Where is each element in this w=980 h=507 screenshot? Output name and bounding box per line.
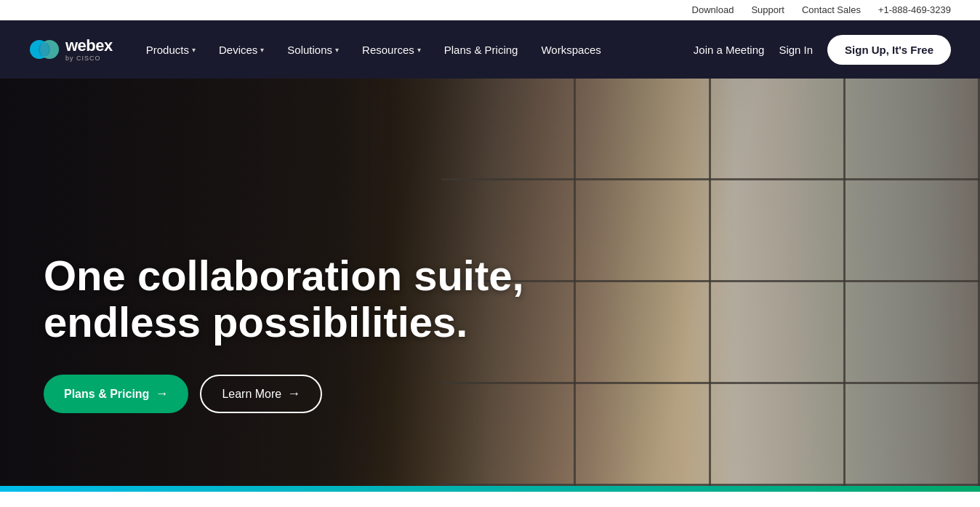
products-chevron-icon: ▾	[192, 46, 196, 54]
learn-more-button[interactable]: Learn More →	[200, 375, 322, 413]
contact-sales-link[interactable]: Contact Sales	[802, 4, 861, 15]
devices-chevron-icon: ▾	[260, 46, 264, 54]
nav-links: Products ▾ Devices ▾ Solutions ▾ Resourc…	[136, 38, 694, 62]
hero-content: One collaboration suite, endless possibi…	[44, 252, 524, 413]
nav-products-label: Products	[146, 44, 189, 56]
webex-logo-icon	[29, 38, 60, 61]
join-meeting-link[interactable]: Join a Meeting	[694, 44, 765, 56]
nav-solutions-label: Solutions	[287, 44, 332, 56]
hero-buttons: Plans & Pricing → Learn More →	[44, 375, 524, 413]
plans-pricing-arrow-icon: →	[155, 386, 168, 402]
hero-headline: One collaboration suite, endless possibi…	[44, 252, 524, 346]
phone-link[interactable]: +1-888-469-3239	[878, 4, 951, 15]
logo-sub: by CISCO	[65, 55, 113, 62]
resources-chevron-icon: ▾	[417, 46, 421, 54]
nav-pricing-label: Plans & Pricing	[444, 44, 518, 56]
plans-pricing-button[interactable]: Plans & Pricing →	[44, 375, 188, 413]
logo-wordmark: webex	[65, 38, 113, 54]
nav-resources[interactable]: Resources ▾	[352, 38, 431, 62]
utility-bar: Download Support Contact Sales +1-888-46…	[0, 0, 980, 20]
nav-devices-label: Devices	[219, 44, 257, 56]
support-link[interactable]: Support	[751, 4, 784, 15]
hero-headline-line2: endless possibilities.	[44, 298, 467, 346]
learn-more-arrow-icon: →	[287, 386, 300, 402]
logo-link[interactable]: webex by CISCO	[29, 38, 113, 62]
solutions-chevron-icon: ▾	[335, 46, 339, 54]
main-nav: webex by CISCO Products ▾ Devices ▾ Solu…	[0, 20, 980, 79]
download-link[interactable]: Download	[692, 4, 734, 15]
nav-solutions[interactable]: Solutions ▾	[277, 38, 349, 62]
learn-more-label: Learn More	[222, 388, 281, 401]
nav-pricing[interactable]: Plans & Pricing	[434, 38, 529, 62]
nav-workspaces[interactable]: Workspaces	[531, 38, 611, 62]
logo-text: webex by CISCO	[65, 38, 113, 62]
nav-devices[interactable]: Devices ▾	[209, 38, 274, 62]
svg-point-2	[39, 42, 50, 57]
hero-headline-line1: One collaboration suite,	[44, 252, 524, 299]
plans-pricing-label: Plans & Pricing	[64, 388, 149, 401]
nav-resources-label: Resources	[362, 44, 414, 56]
nav-products[interactable]: Products ▾	[136, 38, 206, 62]
signup-button[interactable]: Sign Up, It's Free	[827, 35, 951, 65]
nav-workspaces-label: Workspaces	[541, 44, 601, 56]
nav-right: Join a Meeting Sign In Sign Up, It's Fre…	[694, 35, 951, 65]
hero-section: One collaboration suite, endless possibi…	[0, 79, 980, 486]
bottom-strip	[0, 486, 980, 492]
sign-in-link[interactable]: Sign In	[779, 44, 813, 56]
